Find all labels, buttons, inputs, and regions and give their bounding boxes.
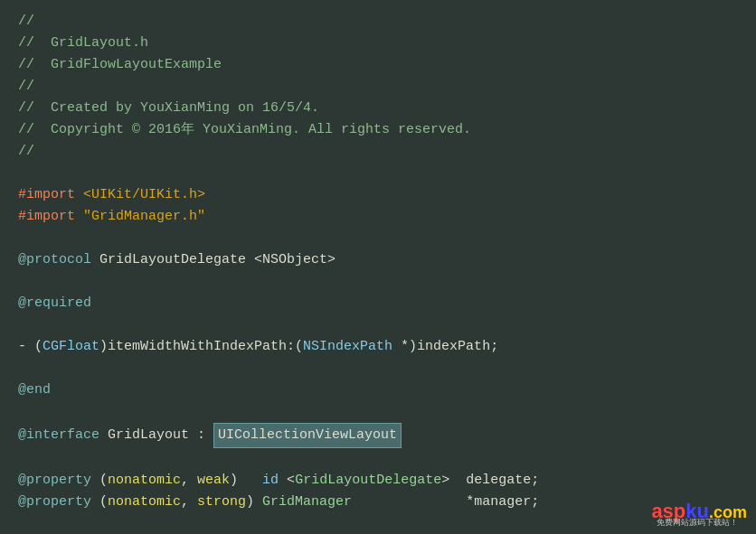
- prop1-paren-open: (: [91, 470, 108, 492]
- line-7: //: [18, 141, 738, 163]
- line-interface: @interface GridLayout : UICollectionView…: [18, 423, 738, 448]
- line-blank-8: [18, 513, 738, 534]
- line-blank-7: [18, 448, 738, 470]
- prop2-nonatomic: nonatomic: [108, 492, 181, 513]
- comment-text: //: [18, 11, 34, 33]
- comment-text: // Copyright © 2016年 YouXianMing. All ri…: [18, 119, 471, 141]
- prop2-paren-open: (: [91, 492, 108, 513]
- prop1-nonatomic: nonatomic: [108, 470, 181, 492]
- line-required: @required: [18, 293, 738, 314]
- at-property-2: @property: [18, 492, 91, 513]
- comment-text: //: [18, 76, 34, 98]
- at-property-1: @property: [18, 470, 91, 492]
- comment-text: // GridFlowLayoutExample: [18, 54, 222, 76]
- line-protocol: @protocol GridLayoutDelegate <NSObject>: [18, 249, 738, 271]
- line-1: //: [18, 11, 738, 33]
- watermark: aspku.com 免费网站源码下载站！: [651, 495, 747, 527]
- line-property-1: @property (nonatomic, weak) id <GridLayo…: [18, 470, 738, 492]
- method-param-type: NSIndexPath: [303, 336, 392, 358]
- prop1-weak: weak: [197, 470, 230, 492]
- import-keyword2: #import: [18, 206, 83, 228]
- import-path2: "GridManager.h": [83, 206, 205, 228]
- line-method: - (CGFloat)itemWidthWithIndexPath:(NSInd…: [18, 336, 738, 358]
- line-import-grid: #import "GridManager.h": [18, 206, 738, 228]
- prop1-angle: <: [279, 470, 295, 492]
- prop2-paren-close: ): [246, 492, 262, 513]
- line-4: //: [18, 76, 738, 98]
- prop1-paren-close: ): [230, 470, 262, 492]
- method-param: *)indexPath;: [392, 336, 498, 358]
- method-dash: - (: [18, 336, 43, 358]
- comment-text: //: [18, 141, 34, 163]
- at-interface: @interface: [18, 425, 99, 446]
- prop1-comma1: ,: [181, 470, 197, 492]
- at-required: @required: [18, 293, 91, 314]
- prop2-comma1: ,: [181, 492, 197, 513]
- line-blank-4: [18, 314, 738, 336]
- import-path: <UIKit/UIKit.h>: [83, 184, 205, 206]
- at-protocol: @protocol: [18, 249, 91, 271]
- line-end-1: @end: [18, 379, 738, 401]
- method-type: CGFloat: [43, 336, 99, 358]
- prop1-delegate-type: GridLayoutDelegate: [295, 470, 441, 492]
- line-blank-2: [18, 228, 738, 249]
- prop1-id: id: [262, 470, 279, 492]
- method-name: )itemWidthWithIndexPath:(: [99, 336, 303, 358]
- line-import-uikit: #import <UIKit/UIKit.h>: [18, 184, 738, 206]
- line-3: // GridFlowLayoutExample: [18, 54, 738, 76]
- line-6: // Copyright © 2016年 YouXianMing. All ri…: [18, 119, 738, 141]
- prop2-name: *manager;: [352, 492, 539, 513]
- at-end-1: @end: [18, 379, 51, 401]
- line-5: // Created by YouXianMing on 16/5/4.: [18, 98, 738, 119]
- line-property-2: @property (nonatomic, strong) GridManage…: [18, 492, 738, 513]
- superclass-highlight: UICollectionViewLayout: [213, 423, 402, 448]
- watermark-sub: 免费网站源码下载站！: [657, 516, 738, 529]
- line-blank-5: [18, 358, 738, 379]
- import-keyword: #import: [18, 184, 83, 206]
- interface-name: GridLayout :: [99, 425, 213, 446]
- comment-text: // Created by YouXianMing on 16/5/4.: [18, 98, 319, 119]
- protocol-name: GridLayoutDelegate <NSObject>: [91, 249, 335, 271]
- prop1-angle-close: > delegate;: [441, 470, 539, 492]
- line-blank-1: [18, 163, 738, 184]
- line-blank-3: [18, 271, 738, 293]
- comment-text: // GridLayout.h: [18, 33, 148, 54]
- prop2-type: GridManager: [262, 492, 352, 513]
- line-blank-6: [18, 401, 738, 423]
- prop2-strong: strong: [197, 492, 246, 513]
- line-2: // GridLayout.h: [18, 33, 738, 54]
- code-container: // // GridLayout.h // GridFlowLayoutExam…: [0, 0, 756, 534]
